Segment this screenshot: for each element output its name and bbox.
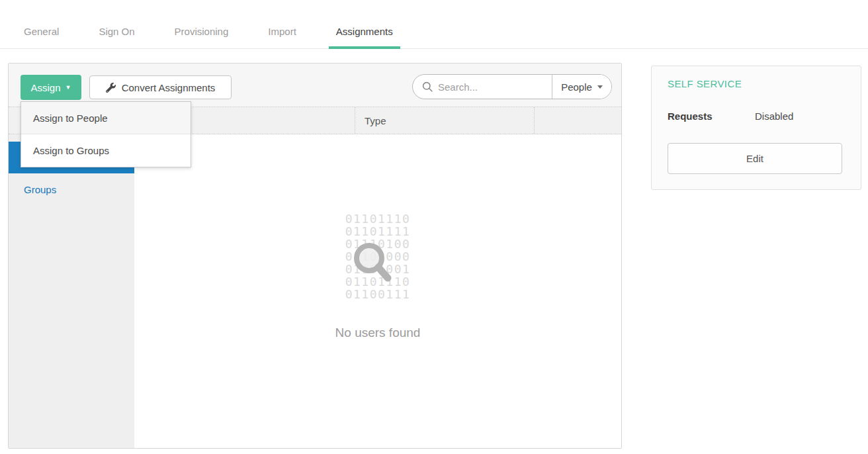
convert-assignments-button[interactable]: Convert Assignments [89,75,232,99]
chevron-down-icon [597,85,603,89]
menu-item-assign-to-groups[interactable]: Assign to Groups [21,134,191,167]
column-header-type: Type [355,107,534,134]
assign-button-label: Assign [31,82,61,93]
tab-assignments[interactable]: Assignments [336,14,393,48]
search-field-area [413,75,552,99]
column-header-actions [534,107,621,134]
binary-watermark: 01101110 01101111 01110100 01101000 0110… [345,212,411,300]
tab-sign-on[interactable]: Sign On [99,14,134,48]
search-scope-value: People [561,81,592,93]
assign-button[interactable]: Assign ▼ [21,75,81,100]
empty-state: 01101110 01101111 01110100 01101000 0110… [134,134,621,448]
edit-button[interactable]: Edit [668,143,842,174]
binary-line: 01101111 [345,225,411,238]
assignments-toolbar: Assign ▼ Convert Assignments [9,64,621,107]
sidebar-item-groups-label: Groups [24,184,56,195]
app-tab-bar: General Sign On Provisioning Import Assi… [0,0,868,49]
sidebar-item-groups[interactable]: Groups [9,173,134,205]
search-input[interactable] [438,81,537,93]
binary-line: 01100111 [345,288,411,300]
self-service-card: SELF SERVICE Requests Disabled Edit [651,66,861,190]
menu-item-assign-to-people[interactable]: Assign to People [21,102,191,134]
filter-sidebar: Groups [9,134,134,448]
requests-label: Requests [668,111,755,122]
app-assignments-page: General Sign On Provisioning Import Assi… [0,0,868,454]
requests-status-value: Disabled [755,111,793,122]
search-scope-dropdown[interactable]: People [552,75,611,99]
requests-row: Requests Disabled [668,111,845,122]
binary-line: 01101110 [345,212,411,225]
wrench-icon [106,83,116,93]
convert-assignments-label: Convert Assignments [122,82,216,93]
empty-state-message: No users found [335,326,421,340]
tab-general[interactable]: General [24,14,59,48]
assign-dropdown-menu: Assign to People Assign to Groups [21,101,191,167]
search-icon [422,81,433,92]
chevron-down-icon: ▼ [65,85,71,91]
self-service-title: SELF SERVICE [668,78,742,89]
search-pill: People [412,74,612,99]
magnifier-icon [351,240,395,287]
assignments-panel: Assign ▼ Convert Assignments [8,63,622,449]
tab-provisioning[interactable]: Provisioning [175,14,229,48]
tab-import[interactable]: Import [268,14,296,48]
